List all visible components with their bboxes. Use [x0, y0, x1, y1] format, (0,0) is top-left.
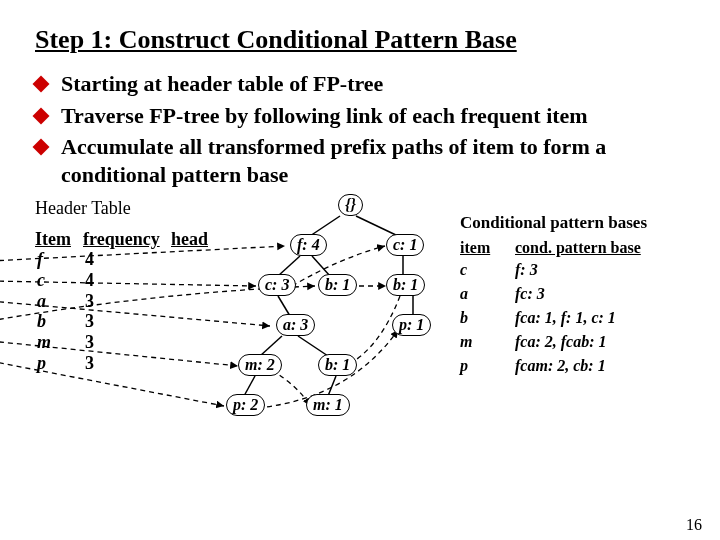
cpb-row: mfca: 2, fcab: 1: [460, 333, 647, 351]
tree-node: a: 3: [276, 314, 315, 336]
page-number: 16: [686, 516, 702, 534]
cell: f: [35, 249, 85, 270]
bullet-icon: [33, 107, 50, 124]
cell: 4: [85, 270, 173, 291]
cell: 3: [85, 311, 173, 332]
bullet-text: Traverse FP-tree by following link of ea…: [61, 102, 588, 130]
cell: fc: 3: [515, 285, 545, 303]
tree-node: p: 2: [226, 394, 265, 416]
bullet-icon: [33, 76, 50, 93]
cpb-header: item cond. pattern base: [460, 239, 647, 257]
cell: 3: [85, 291, 173, 312]
bullet-list: Starting at header table of FP-tree Trav…: [35, 70, 685, 188]
bullet-text: Starting at header table of FP-tree: [61, 70, 383, 98]
conditional-pattern-bases: Conditional pattern bases item cond. pat…: [460, 213, 647, 381]
table-row: m3: [35, 332, 208, 353]
bullet-item: Traverse FP-tree by following link of ea…: [35, 102, 685, 130]
header-table-caption: Header Table: [35, 198, 208, 219]
cell: c: [460, 261, 515, 279]
tree-node: p: 1: [392, 314, 431, 336]
cell: 4: [85, 249, 173, 270]
cell: a: [35, 291, 85, 312]
tree-node: f: 4: [290, 234, 327, 256]
table-row: p3: [35, 353, 208, 374]
cell: a: [460, 285, 515, 303]
tree-node: b: 1: [318, 274, 357, 296]
bullet-item: Starting at header table of FP-tree: [35, 70, 685, 98]
table-row: f4: [35, 249, 208, 270]
cell: c: [35, 270, 85, 291]
cpb-row: pfcam: 2, cb: 1: [460, 357, 647, 375]
bullet-item: Accumulate all transformed prefix paths …: [35, 133, 685, 188]
cpb-title: Conditional pattern bases: [460, 213, 647, 233]
cpb-col-base: cond. pattern base: [515, 239, 641, 257]
bullet-text: Accumulate all transformed prefix paths …: [61, 133, 685, 188]
diagram-area: Header Table Item frequency head f4 c4 a…: [0, 198, 720, 488]
cell: p: [35, 353, 85, 374]
fp-tree: {} f: 4 c: 1 c: 3 b: 1 b: 1 a: 3 p: 1 m:…: [230, 198, 450, 488]
cell: f: 3: [515, 261, 538, 279]
tree-node: m: 1: [306, 394, 350, 416]
cell: m: [35, 332, 85, 353]
cell: fca: 1, f: 1, c: 1: [515, 309, 616, 327]
cell: m: [460, 333, 515, 351]
cell: b: [35, 311, 85, 332]
tree-node: b: 1: [386, 274, 425, 296]
header-table: Header Table Item frequency head f4 c4 a…: [35, 198, 208, 374]
cell: fcam: 2, cb: 1: [515, 357, 606, 375]
tree-node: b: 1: [318, 354, 357, 376]
cpb-row: cf: 3: [460, 261, 647, 279]
cpb-row: afc: 3: [460, 285, 647, 303]
table-row: a3: [35, 291, 208, 312]
cell: 3: [85, 353, 173, 374]
table-row: b3: [35, 311, 208, 332]
tree-root: {}: [338, 194, 363, 216]
cell: 3: [85, 332, 173, 353]
cell: b: [460, 309, 515, 327]
table-row: c4: [35, 270, 208, 291]
bullet-icon: [33, 139, 50, 156]
tree-node: c: 1: [386, 234, 424, 256]
slide-title: Step 1: Construct Conditional Pattern Ba…: [35, 25, 720, 55]
cpb-row: bfca: 1, f: 1, c: 1: [460, 309, 647, 327]
col-item: Item: [35, 229, 83, 250]
col-head: head: [171, 229, 208, 250]
cell: fca: 2, fcab: 1: [515, 333, 607, 351]
tree-node: m: 2: [238, 354, 282, 376]
tree-node: c: 3: [258, 274, 296, 296]
cell: p: [460, 357, 515, 375]
col-freq: frequency: [83, 229, 171, 250]
cpb-col-item: item: [460, 239, 515, 257]
header-table-columns: Item frequency head: [35, 229, 208, 250]
